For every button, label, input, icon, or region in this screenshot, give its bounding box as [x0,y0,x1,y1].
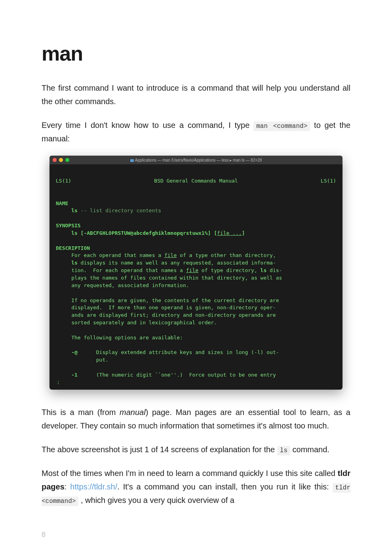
maximize-icon[interactable] [65,158,69,162]
window-controls [53,158,69,162]
text: This is a man (from [42,408,120,417]
text: put. [96,357,108,363]
page-number: 8 [42,531,46,539]
text: displayed. If more than one operand is g… [71,305,276,310]
man-header-right: LS(1) [321,177,336,185]
text: , which gives you a very quick overview … [78,496,234,505]
text: For each operand that names a [71,252,164,258]
text: Every time I don't know how to use a com… [42,121,253,129]
man-section-description: DESCRIPTION [56,245,90,251]
folder-icon [130,159,134,162]
inline-code: man <command> [253,122,310,131]
text: list directory contents [90,208,161,213]
text: . It's a command you can install, then y… [117,482,332,491]
text: displays its name as well as any request… [78,260,276,266]
terminal-titlebar: Applications — man /Users/flavio/Applica… [49,156,343,164]
text: : [65,482,70,491]
less-prompt[interactable]: : [56,379,60,385]
text: -- [78,208,90,213]
inline-code: ls [277,446,290,455]
man-section-name: NAME [56,200,68,206]
man-cmd: ls [71,208,78,213]
text: ands are displayed first; directory and … [71,312,276,318]
tldr-link[interactable]: https://tldr.sh/ [70,482,117,491]
terminal-window: Applications — man /Users/flavio/Applica… [49,156,343,389]
paragraph: Every time I don't know how to use a com… [42,118,350,145]
text: of type directory, [198,267,261,273]
text: The above screenshot is just 1 of 14 scr… [42,445,277,454]
man-cmd: ls [71,260,78,266]
text: ] [242,230,245,236]
paragraph: The first command I want to introduce is… [42,81,350,108]
man-arg: file ... [217,230,242,236]
man-arg: file [186,267,198,273]
text: The following options are available: [71,335,183,341]
text: If no operands are given, the contents o… [71,297,279,303]
man-header-center: BSD General Commands Manual [154,177,238,185]
man-option-flag: -1 [71,372,78,378]
text: plays the names of files contained withi… [71,275,282,281]
paragraph: Most of the times when I'm in need to le… [42,466,350,507]
man-header-left: LS(1) [56,177,71,185]
terminal-body: LS(1)BSD General Commands ManualLS(1) NA… [49,164,343,389]
text: tion. For each operand that names a [71,267,186,273]
minimize-icon[interactable] [59,158,63,162]
man-arg: file [164,252,177,258]
page: man The first command I want to introduc… [0,0,392,554]
close-icon[interactable] [53,158,57,162]
man-cmd: ls [71,230,78,236]
text: sorted separately and in lexicographical… [71,320,217,326]
paragraph: The above screenshot is just 1 of 14 scr… [42,443,350,456]
text: any requested, associated information. [71,282,189,288]
page-title: man [42,42,350,65]
text: of a type other than directory, [177,252,276,258]
text: command. [290,445,329,454]
text: (The numeric digit ``one''.) Force outpu… [96,372,276,378]
man-section-synopsis: SYNOPSIS [56,223,81,228]
text: [-ABCFGHLOPRSTUW@abcdefghiklmnopqrstuwx1… [78,230,217,236]
man-cmd: ls [261,267,267,273]
text-italic: manual [120,408,146,417]
paragraph: This is a man (from manual) page. Man pa… [42,406,350,432]
text: dis- [266,267,282,273]
man-option-flag: -@ [71,349,78,355]
text: Most of the times when I'm in need to le… [42,469,338,478]
terminal-title: Applications — man /Users/flavio/Applica… [49,158,343,162]
text: Display extended attribute keys and size… [96,349,279,355]
terminal-title-text: Applications — man /Users/flavio/Applica… [135,158,262,162]
